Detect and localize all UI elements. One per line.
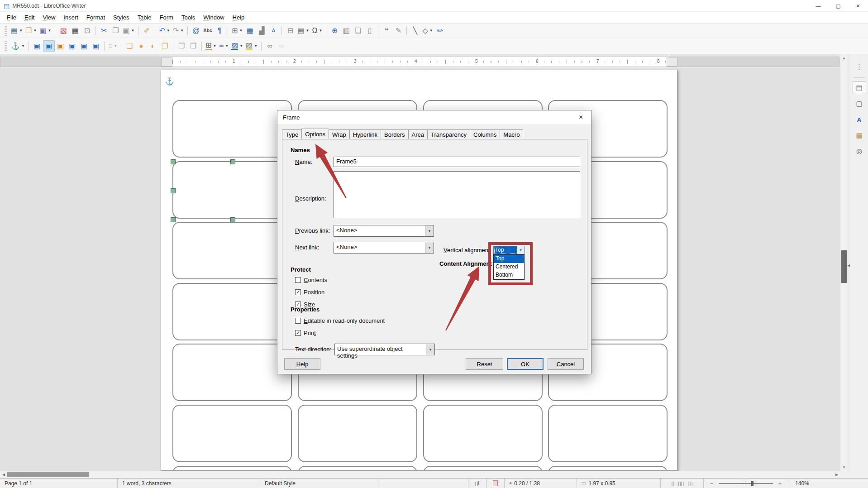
tab-macro[interactable]: Macro: [500, 129, 523, 139]
unchecked-checkbox-icon[interactable]: [295, 318, 301, 324]
label-frame[interactable]: [423, 405, 543, 462]
spelling-button[interactable]: Abc: [202, 25, 214, 37]
align-objects-button[interactable]: ≡▼: [107, 40, 119, 52]
unlink-frames-button[interactable]: ∞: [276, 40, 287, 52]
save-button[interactable]: ▣▼: [38, 25, 52, 37]
dropdown-arrow-icon[interactable]: ▼: [225, 44, 229, 48]
horizontal-ruler[interactable]: 12345678: [0, 57, 839, 67]
dropdown-arrow-icon[interactable]: ▼: [213, 44, 217, 48]
chevron-down-icon[interactable]: ▼: [425, 225, 434, 236]
cancel-button[interactable]: Cancel: [548, 358, 584, 370]
menu-edit[interactable]: Edit: [20, 13, 38, 22]
dropdown-arrow-icon[interactable]: ▼: [33, 29, 37, 33]
dropdown-arrow-icon[interactable]: ▼: [429, 29, 433, 33]
zoom-out-button[interactable]: −: [708, 480, 715, 487]
reset-button[interactable]: Reset: [466, 358, 503, 370]
insert-bookmark-button[interactable]: ▯: [364, 25, 376, 37]
label-frame[interactable]: [298, 405, 417, 462]
insert-hyperlink-button[interactable]: ⊕: [329, 25, 340, 37]
dropdown-arrow-icon[interactable]: ▼: [239, 44, 243, 48]
formatting-marks-button[interactable]: ¶: [214, 25, 225, 37]
name-input[interactable]: Frame5: [334, 157, 580, 167]
checkbox-print[interactable]: ✓Print: [295, 330, 316, 336]
open-file-button[interactable]: ❐▼: [24, 25, 38, 37]
multi-page-view-icon[interactable]: ▯▯: [676, 480, 686, 487]
bring-to-front-button[interactable]: ❏: [124, 40, 135, 52]
tab-hyperlink[interactable]: Hyperlink: [349, 129, 381, 139]
selection-handle[interactable]: [171, 217, 176, 222]
object-size-status[interactable]: ▭ 1.97 x 0.95: [577, 478, 661, 488]
menu-window[interactable]: Window: [199, 13, 228, 22]
navigator-deck-icon[interactable]: ◎: [853, 145, 866, 158]
insert-special-character-button[interactable]: Ω▼: [310, 25, 324, 37]
menu-insert[interactable]: Insert: [59, 13, 82, 22]
insert-chart-button[interactable]: ▟: [256, 25, 267, 37]
label-frame[interactable]: [172, 283, 292, 340]
label-frame[interactable]: [172, 405, 292, 462]
copy-button[interactable]: ❐: [110, 25, 121, 37]
clone-formatting-button[interactable]: ✐: [141, 25, 153, 37]
page-style-status[interactable]: Default Style: [260, 478, 380, 488]
show-draw-functions-button[interactable]: ✏: [434, 25, 446, 37]
undo-button[interactable]: ↶▼: [157, 25, 171, 37]
label-frame[interactable]: [172, 344, 292, 401]
print-preview-button[interactable]: ⊡: [81, 25, 93, 37]
menu-table[interactable]: Table: [133, 13, 155, 22]
selection-handle[interactable]: [230, 217, 235, 222]
border-color-button[interactable]: ▨▼: [230, 40, 244, 52]
chevron-down-icon[interactable]: ▼: [425, 242, 434, 253]
toolbar-grip[interactable]: [5, 41, 7, 51]
send-backward-button[interactable]: ◐: [147, 40, 159, 52]
menu-view[interactable]: View: [38, 13, 59, 22]
label-frame[interactable]: [172, 100, 292, 158]
book-view-icon[interactable]: ◫: [686, 480, 694, 487]
tab-options[interactable]: Options: [301, 129, 329, 139]
tab-area[interactable]: Area: [408, 129, 428, 139]
tab-borders[interactable]: Borders: [381, 129, 409, 139]
dropdown-arrow-icon[interactable]: ▼: [114, 44, 117, 48]
ruler-left-margin[interactable]: [162, 57, 172, 67]
label-frame[interactable]: [172, 466, 292, 471]
dropdown-arrow-icon[interactable]: ▼: [19, 29, 23, 33]
gallery-deck-icon[interactable]: ▦: [853, 129, 866, 142]
menu-form[interactable]: Form: [156, 13, 177, 22]
to-background-button[interactable]: ❒: [187, 40, 199, 52]
close-button[interactable]: ✕: [848, 0, 868, 12]
tab-transparency[interactable]: Transparency: [427, 129, 470, 139]
tab-wrap[interactable]: Wrap: [329, 129, 350, 139]
wrap-through-button[interactable]: ▣: [90, 40, 102, 52]
dropdown-arrow-icon[interactable]: ▼: [131, 29, 134, 33]
document-modified-icon[interactable]: [486, 478, 505, 488]
unchecked-checkbox-icon[interactable]: [295, 277, 301, 283]
paste-button[interactable]: ▣▼: [121, 25, 136, 37]
dropdown-arrow-icon[interactable]: ▼: [239, 29, 243, 33]
label-frame[interactable]: [298, 466, 417, 471]
send-to-back-button[interactable]: ❒: [159, 40, 171, 52]
menu-help[interactable]: Help: [229, 13, 249, 22]
ok-button[interactable]: OK: [507, 358, 544, 370]
basic-shapes-button[interactable]: ◇▼: [421, 25, 434, 37]
label-frame[interactable]: [548, 466, 668, 471]
insert-cross-reference-button[interactable]: ❏: [352, 25, 364, 37]
selection-handle[interactable]: [171, 159, 176, 164]
scroll-right-arrow[interactable]: ▶: [833, 471, 840, 478]
horizontal-scrollbar[interactable]: ◀ ▶: [0, 471, 840, 478]
find-and-replace-button[interactable]: @: [190, 25, 202, 37]
menu-file[interactable]: File: [3, 13, 20, 22]
wrap-off-button[interactable]: ▣: [31, 40, 43, 52]
selection-mode-icon[interactable]: ▯I: [468, 478, 486, 488]
label-frame[interactable]: [548, 405, 668, 462]
cursor-position-status[interactable]: ⌖ 0.20 / 1.38: [505, 478, 577, 488]
dropdown-arrow-icon[interactable]: ▼: [319, 29, 322, 33]
anchor-button[interactable]: ⚓▼: [10, 40, 26, 52]
checkbox-editable[interactable]: Editable in read-only document: [295, 317, 385, 324]
label-frame[interactable]: [172, 222, 292, 279]
borders-button[interactable]: ⊞▼: [204, 40, 218, 52]
tab-columns[interactable]: Columns: [470, 129, 500, 139]
vertical-scrollbar[interactable]: ▲ ▼: [840, 54, 848, 471]
insert-page-break-button[interactable]: ⊟: [284, 25, 296, 37]
checked-checkbox-icon[interactable]: ✓: [295, 330, 301, 336]
language-status[interactable]: [380, 478, 468, 488]
insert-text-box-button[interactable]: A: [267, 25, 279, 37]
description-input[interactable]: [334, 171, 580, 218]
